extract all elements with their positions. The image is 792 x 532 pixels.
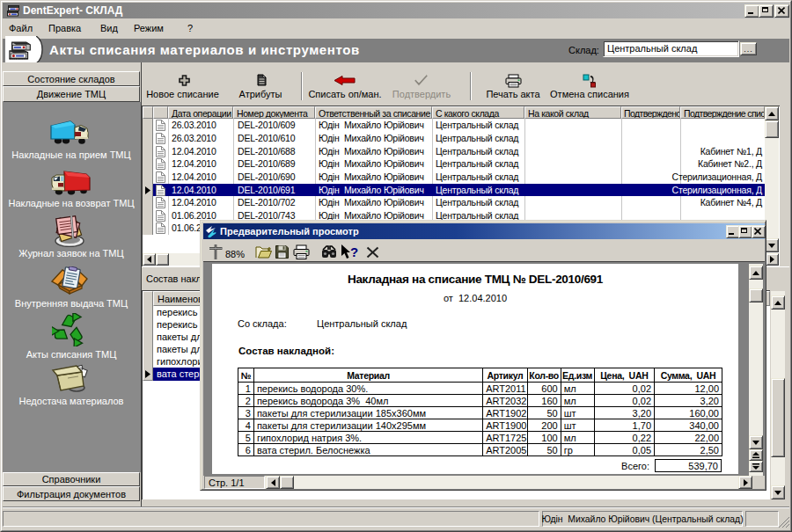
svg-text:?: ? [350, 244, 358, 259]
